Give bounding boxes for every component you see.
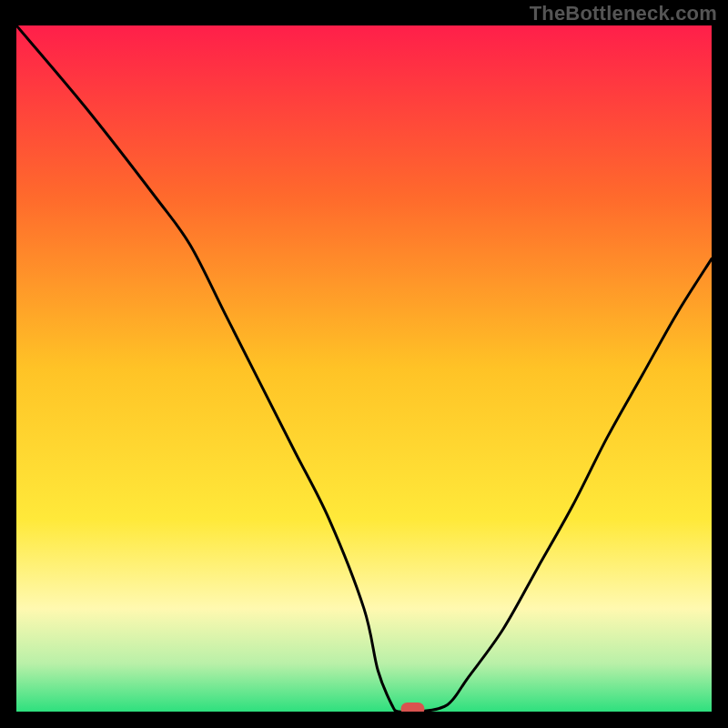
watermark-text: TheBottleneck.com <box>530 2 717 25</box>
chart-frame: TheBottleneck.com <box>0 0 728 728</box>
optimal-marker <box>400 703 424 712</box>
plot-area <box>16 25 712 712</box>
chart-svg <box>16 25 712 712</box>
